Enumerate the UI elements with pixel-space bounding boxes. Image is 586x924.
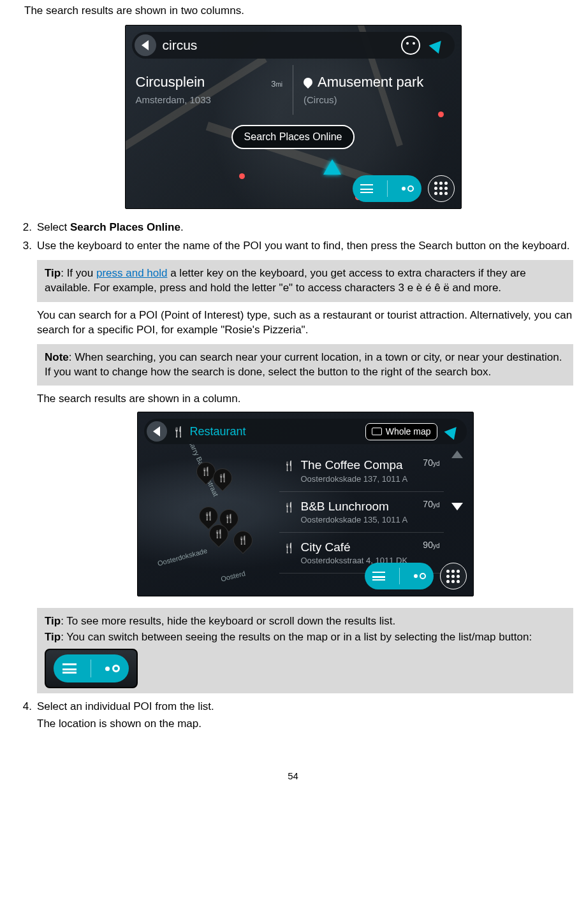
search-results-column-screenshot: Harry Banninkstraat Oosterdokskade Ooste… bbox=[137, 412, 474, 596]
result-title: Amusement park bbox=[318, 73, 423, 92]
search-bar: circus bbox=[132, 32, 455, 59]
result-subtitle: (Circus) bbox=[304, 94, 451, 106]
poi-list-item[interactable]: 🍴 B&B Lunchroom Oosterdokskade 135, 1011… bbox=[279, 492, 444, 533]
address-result[interactable]: Circusplein 3mi Amsterdam, 1033 bbox=[126, 65, 294, 115]
restaurant-icon: 🍴 bbox=[283, 459, 295, 472]
map-pin-icon bbox=[105, 665, 120, 672]
search-scope-button[interactable]: Whole map bbox=[365, 423, 437, 440]
paragraph: The search results are shown in a column… bbox=[37, 392, 573, 407]
poi-distance: 90yd bbox=[423, 539, 439, 551]
poi-pin-icon bbox=[302, 76, 314, 89]
list-map-toggle[interactable] bbox=[365, 563, 434, 589]
list-map-toggle[interactable] bbox=[353, 175, 421, 202]
back-button[interactable] bbox=[147, 421, 167, 442]
navigation-arrow-icon bbox=[429, 37, 446, 54]
chevron-left-icon bbox=[142, 40, 149, 50]
map-icon bbox=[372, 428, 382, 435]
poi-address: Oosterdokskade 137, 1011 A bbox=[301, 473, 417, 485]
poi-address: Oosterdokskade 135, 1011 A bbox=[301, 514, 417, 526]
chevron-left-icon bbox=[153, 426, 160, 437]
page-number: 54 bbox=[13, 770, 573, 783]
grid-icon bbox=[446, 570, 460, 583]
search-category[interactable]: Restaurant bbox=[190, 424, 360, 439]
note-callout: Note: When searching, you can search nea… bbox=[37, 344, 573, 386]
poi-title: City Café bbox=[301, 539, 417, 556]
press-and-hold-link[interactable]: press and hold bbox=[96, 267, 168, 279]
step-2: 2. Select Search Places Online. bbox=[13, 220, 573, 235]
menu-button[interactable] bbox=[440, 563, 467, 589]
navigate-button[interactable] bbox=[427, 34, 448, 56]
map-pin-icon bbox=[402, 185, 414, 192]
poi-list-item[interactable]: 🍴 The Coffee Compa Oosterdokskade 137, 1… bbox=[279, 451, 444, 491]
restaurant-icon: 🍴 bbox=[283, 501, 295, 514]
search-input[interactable]: circus bbox=[163, 36, 395, 54]
menu-button[interactable] bbox=[428, 175, 455, 202]
intro-text: The search results are shown in two colu… bbox=[24, 4, 573, 18]
search-places-online-button[interactable]: Search Places Online bbox=[231, 125, 355, 149]
poi-title: The Coffee Compa bbox=[301, 457, 417, 473]
restaurant-icon: 🍴 bbox=[172, 425, 185, 439]
profile-icon[interactable] bbox=[401, 36, 420, 55]
map-pin-icon bbox=[414, 573, 426, 579]
current-location-icon bbox=[323, 159, 341, 175]
list-icon bbox=[62, 663, 77, 674]
restaurant-icon: 🍴 bbox=[283, 542, 295, 554]
scroll-down-button[interactable] bbox=[451, 503, 463, 510]
step-3: 3. Use the keyboard to enter the name of… bbox=[13, 239, 573, 693]
tip-callout: Tip: To see more results, hide the keybo… bbox=[37, 608, 573, 693]
tip-callout: Tip: If you press and hold a letter key … bbox=[37, 260, 573, 302]
navigate-button[interactable] bbox=[443, 421, 463, 442]
result-title: Circusplein bbox=[136, 73, 205, 92]
search-results-two-column-screenshot: circus Circusplein 3mi Amsterdam, 1033 A… bbox=[125, 25, 462, 209]
paragraph: You can search for a POI (Point of Inter… bbox=[37, 308, 573, 338]
scroll-up-button[interactable] bbox=[451, 451, 463, 458]
list-icon bbox=[360, 184, 373, 193]
result-distance: 3mi bbox=[271, 78, 282, 90]
search-bar: 🍴 Restaurant Whole map bbox=[144, 419, 467, 444]
grid-icon bbox=[434, 182, 448, 195]
poi-title: B&B Lunchroom bbox=[301, 498, 417, 515]
navigation-arrow-icon bbox=[444, 423, 461, 440]
poi-distance: 70yd bbox=[423, 498, 439, 510]
step-4: 4. Select an individual POI from the lis… bbox=[13, 700, 573, 732]
poi-distance: 70yd bbox=[423, 457, 439, 469]
list-map-button-image bbox=[45, 649, 138, 688]
list-icon bbox=[372, 572, 385, 581]
result-subtitle: Amsterdam, 1033 bbox=[136, 94, 283, 106]
back-button[interactable] bbox=[135, 34, 156, 56]
poi-result[interactable]: Amusement park (Circus) bbox=[293, 65, 461, 115]
